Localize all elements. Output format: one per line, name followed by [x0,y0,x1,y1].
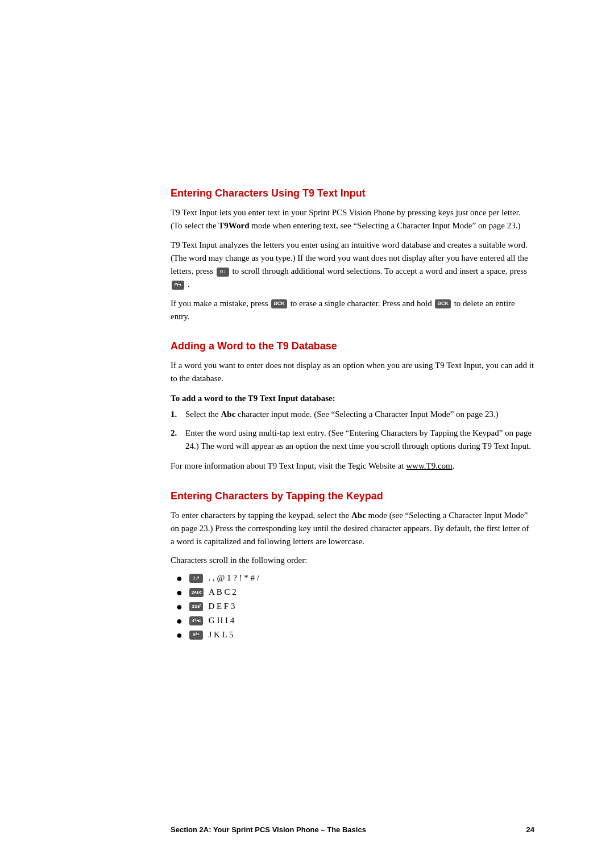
section2-para1: If a word you want to enter does not dis… [171,359,534,386]
bullet-chars-5: J K L 5 [204,630,234,640]
bullet-dot-1: ● [176,573,182,583]
footer-left: Section 2A: Your Sprint PCS Vision Phone… [171,825,366,834]
top-spacer [171,45,534,170]
list-item: ● 2ᴀᴇᴄ A B C 2 [176,587,534,598]
step-num-2: 2. [171,427,182,440]
key-back-2: BCK [435,299,451,308]
bullet-chars-4: G H I 4 [204,616,234,625]
section1-para2-end: . [185,279,190,289]
bullet-chars-1: . , @ 1 ? ! * # / [204,573,259,583]
section2-footer-end: . [453,461,455,470]
list-item: ● 4ᴳʜɪ G H I 4 [176,616,534,626]
bullet-dot-4: ● [176,616,182,626]
list-item: 2. Enter the word using multi-tap text e… [171,427,534,453]
section1-para3-mid: to erase a single character. Press and h… [288,299,434,308]
section3-abc-bold: Abc [351,511,366,520]
bullet-chars-3: D E F 3 [204,602,235,611]
section3-para1-text: To enter characters by tapping the keypa… [171,511,351,520]
section2-footer-text: For more information about T9 Text Input… [171,461,406,470]
step1-abc-bold: Abc [221,410,235,419]
section3-para1: To enter characters by tapping the keypa… [171,509,534,549]
list-item: ● 3ᴅᴇᶠ D E F 3 [176,602,534,612]
bullet-dot-2: ● [176,587,182,598]
section1-para2-mid: to scroll through additional word select… [230,266,527,276]
key-back-1: BCK [271,299,287,308]
key-1-badge: 1↗ [189,574,203,583]
step1-text: Select the Abc character input mode. (Se… [185,408,499,421]
section1-title: Entering Characters Using T9 Text Input [171,187,534,199]
section3-scroll-label: Characters scroll in the following order… [171,554,534,567]
list-item: ● 5ʲᵏᴸ J K L 5 [176,630,534,640]
key-2-badge: 2ᴀᴇᴄ [189,588,204,597]
section3-title: Entering Characters by Tapping the Keypa… [171,490,534,502]
section1-para1: T9 Text Input lets you enter text in you… [171,206,534,233]
page: Entering Characters Using T9 Text Input … [0,0,614,868]
key-3-badge: 3ᴅᴇᶠ [189,602,203,611]
bullet-dot-3: ● [176,602,182,612]
page-footer: Section 2A: Your Sprint PCS Vision Phone… [0,825,614,834]
step-num-1: 1. [171,408,182,421]
footer-right: 24 [526,825,534,834]
key-hash-space: #↦ [172,281,184,290]
section2-instruction-label: To add a word to the T9 Text Input datab… [171,394,534,403]
section1-para2: T9 Text Input analyzes the letters you e… [171,239,534,291]
bullet-chars-2: A B C 2 [205,587,236,597]
bullet-list: ● 1↗ . , @ 1 ? ! * # / ● 2ᴀᴇᴄ A B C 2 ● … [171,573,534,640]
numbered-list: 1. Select the Abc character input mode. … [171,408,534,453]
t9-link[interactable]: www.T9.com [406,461,453,470]
list-item: 1. Select the Abc character input mode. … [171,408,534,421]
section1-para1-end: mode when entering text, see “Selecting … [250,221,521,230]
section1-t9word-bold: T9Word [218,221,249,230]
list-item: ● 1↗ . , @ 1 ? ! * # / [176,573,534,583]
section1-para3-text: If you make a mistake, press [171,299,270,308]
section2-footer-para: For more information about T9 Text Input… [171,460,534,473]
step2-text: Enter the word using multi-tap text entr… [185,427,534,453]
section2-para1-text: If a word you want to enter does not dis… [171,361,534,383]
section1-para3: If you make a mistake, press BCK to eras… [171,297,534,324]
bullet-dot-5: ● [176,630,182,640]
key-4-badge: 4ᴳʜɪ [189,616,203,625]
key-5-badge: 5ʲᵏᴸ [189,631,203,640]
key-0-down: 0↓ [217,268,229,277]
section2-title: Adding a Word to the T9 Database [171,340,534,352]
